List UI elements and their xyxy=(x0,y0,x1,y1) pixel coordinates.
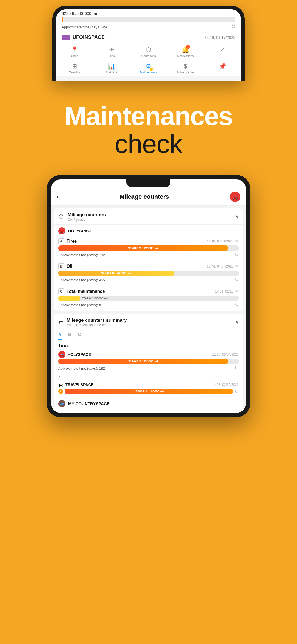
top-progress-fill xyxy=(62,17,63,22)
section1-header-left: ⏱ Mileage counters Configuration xyxy=(58,212,106,222)
top-progress-track xyxy=(62,17,235,22)
vehicle-name-top: UFOINSPACE xyxy=(62,34,105,40)
progress-label: 3235.8 / 400000 mi xyxy=(62,11,235,16)
section1-icon: ⏱ xyxy=(58,213,64,220)
refresh-icon-tires[interactable]: ↻ xyxy=(235,252,239,258)
section2-header-left: ⇄ Mileage counters summary Mileage calcu… xyxy=(58,318,127,327)
summary-tabs: A B C xyxy=(54,330,243,340)
vehicle-icon-top xyxy=(62,35,70,40)
summary-travelspace-progress-label: 155029.4 / 100000 mi xyxy=(134,390,164,393)
tires-approx-time: Approximate time (days): 182 xyxy=(58,253,105,257)
notifications-label: Notifications xyxy=(177,54,194,58)
bottom-phone-wrapper: ‹ Mileage counters 🚗 ⏱ Mileage counters … xyxy=(47,175,250,417)
refresh-icon-summary-travelspace[interactable]: ↻ xyxy=(235,388,239,394)
summary-holyspace-approx-time: Approximate time (days): 182 xyxy=(58,366,105,370)
nav-trips[interactable]: ✈ Trips xyxy=(93,43,130,60)
summary-holyspace-progress-track: 212060.2 / 224000 mi xyxy=(58,359,239,364)
headline-section: Maintenances check xyxy=(0,81,297,175)
top-phone-wrapper: 3235.8 / 400000 mi Approximate time (day… xyxy=(52,0,245,81)
maint-item-total-left: C Total maintenance xyxy=(58,288,105,294)
section1-header: ⏱ Mileage counters Configuration ∧ xyxy=(54,208,243,225)
summary-travelspace-vehicle-row: 🏍 TRAVELSPACE 14:08, 03/16/2023 xyxy=(58,382,239,388)
nav-statistics[interactable]: 📊 Statistics xyxy=(93,60,130,76)
subscriptions-label: Subscriptions xyxy=(176,71,194,74)
tires-progress-track: 212060.2 / 224000 mi xyxy=(58,245,239,251)
phone-notch xyxy=(127,179,170,187)
refresh-icon-top[interactable]: ↻ xyxy=(231,23,235,29)
nav-subscriptions[interactable]: $ Subscriptions xyxy=(167,60,204,76)
maint-name-tires: Tires xyxy=(67,239,77,244)
tires-progress-fill: 212060.2 / 224000 mi xyxy=(58,245,228,251)
maint-badge-b: B xyxy=(58,263,64,269)
bottom-nav-row2: ⊞ Timeline 📊 Statistics ⚙ Maintenance $ … xyxy=(56,60,241,76)
maint-date-total: 14:01, 01/16 xyxy=(215,290,233,293)
maint-item-tires: A Tires 11:10, 08/04/2023 ✏ 212060.2 / 2… xyxy=(54,236,243,261)
summary-item-travelspace: 🏍 TRAVELSPACE 14:08, 03/16/2023 ℹ 155029… xyxy=(54,380,243,397)
nav-pin[interactable]: 📌 xyxy=(204,60,241,76)
nav-maintenance[interactable]: ⚙ Maintenance xyxy=(130,60,167,76)
maint-item-total-header: C Total maintenance 14:01, 01/16 ✏ xyxy=(58,288,239,294)
section2-header: ⇄ Mileage counters summary Mileage calcu… xyxy=(54,314,243,330)
maint-item-tires-left: A Tires xyxy=(58,238,77,244)
pin-icon: 📌 xyxy=(219,63,226,70)
summary-holyspace-progress-label: 212060.2 / 224000 mi xyxy=(128,360,158,363)
refresh-icon-oil[interactable]: ↻ xyxy=(235,277,239,283)
trips-label: Trips xyxy=(108,54,115,58)
oil-progress-fill: 358461.9 / 560000 mi xyxy=(58,271,174,276)
countryspace-name: MY COUNTRYSPACE xyxy=(68,401,110,406)
oil-approx-time: Approximate time (days): 455 xyxy=(58,278,105,282)
maint-actions-tires: 11:10, 08/04/2023 ✏ xyxy=(207,239,239,244)
last-item-row: 🚙 MY COUNTRYSPACE xyxy=(54,397,243,410)
maint-badge-a: A xyxy=(58,238,64,244)
trips-icon: ✈ xyxy=(109,46,114,53)
edit-icon-oil[interactable]: ✏ xyxy=(235,264,239,269)
vehicle-row-top: UFOINSPACE 22:28, 09/17/2023 xyxy=(56,32,241,43)
progress-section: 3235.8 / 400000 mi Approximate time (day… xyxy=(56,9,241,32)
summary-travelspace-date: 14:08, 03/16/2023 xyxy=(212,383,239,387)
section2-subtitle: Mileage calculation and reset xyxy=(67,323,127,327)
info-circle-travelspace: ℹ xyxy=(58,389,63,394)
refresh-icon-summary-holyspace[interactable]: ↻ xyxy=(235,365,239,371)
summary-holyspace-vehicle-row: 🚗 HOLYSPACE 11:10, 08/04/2023 xyxy=(58,351,239,358)
headline-main: Maintenances xyxy=(11,103,286,129)
tab-a[interactable]: A xyxy=(58,332,62,340)
maint-item-oil-left: B Oil xyxy=(58,263,72,269)
nav-more[interactable]: ✓ xyxy=(204,43,241,60)
section1-vehicle-row: 🚗 HOLYSPACE xyxy=(54,225,243,236)
tab-b[interactable]: B xyxy=(68,332,72,340)
top-phone: 3235.8 / 400000 mi Approximate time (day… xyxy=(52,6,245,81)
nav-geofences[interactable]: ⬡ Geofences xyxy=(130,43,167,60)
back-button[interactable]: ‹ xyxy=(57,193,59,200)
maint-item-tires-header: A Tires 11:10, 08/04/2023 ✏ xyxy=(58,238,239,244)
summary-holyspace-name: HOLYSPACE xyxy=(68,352,91,357)
summary-category-tires: Tires xyxy=(54,340,243,349)
tab-c[interactable]: C xyxy=(78,332,81,340)
nav-notifications[interactable]: 🔔 1 Notifications xyxy=(167,43,204,60)
maintenance-label: Maintenance xyxy=(140,71,157,74)
edit-icon-total[interactable]: ✏ xyxy=(235,289,239,294)
nav-units[interactable]: 📍 Units xyxy=(56,43,93,60)
maint-name-total: Total maintenance xyxy=(67,289,105,294)
headline-sub: check xyxy=(11,129,286,159)
maint-date-tires: 11:10, 08/04/2023 xyxy=(207,239,233,243)
summary-holyspace-progress-fill: 212060.2 / 224000 mi xyxy=(58,359,228,364)
nav-timeline[interactable]: ⊞ Timeline xyxy=(56,60,93,76)
geofences-label: Geofences xyxy=(141,54,156,58)
more-icon: ✓ xyxy=(220,46,225,53)
car-icon-button[interactable]: 🚗 xyxy=(230,192,240,202)
screen-header: ‹ Mileage counters 🚗 xyxy=(51,187,246,206)
section1-titles: Mileage counters Configuration xyxy=(68,212,106,222)
section1-title: Mileage counters xyxy=(68,212,106,218)
maint-item-oil: B Oil 17:44, 04/07/2023 ✏ 358461.9 / 560… xyxy=(54,261,243,286)
tires-progress-container: 212060.2 / 224000 mi xyxy=(58,245,239,251)
summary-travelspace-progress-track: 155029.4 / 100000 mi xyxy=(65,389,233,394)
edit-icon-tires[interactable]: ✏ xyxy=(235,239,239,244)
refresh-icon-total[interactable]: ↻ xyxy=(235,302,239,308)
maint-item-total: C Total maintenance 14:01, 01/16 ✏ 8 xyxy=(54,286,243,311)
mileage-counters-section: ⏱ Mileage counters Configuration ∧ 🚗 HOL… xyxy=(54,208,243,311)
total-progress-container: 8762.8 / 100000 mi xyxy=(58,296,239,301)
section1-collapse-icon[interactable]: ∧ xyxy=(235,214,239,220)
section2-collapse-icon[interactable]: ∧ xyxy=(235,319,239,325)
tires-progress-label: 212060.2 / 224000 mi xyxy=(128,247,158,250)
vehicle-date-top: 22:28, 09/17/2023 xyxy=(204,35,235,40)
